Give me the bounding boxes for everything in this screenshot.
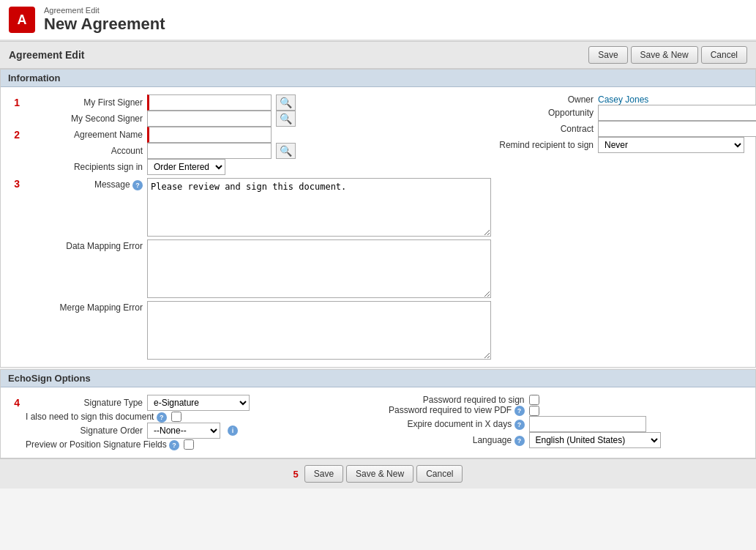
step-spacer6 (10, 411, 20, 423)
step2-num: 2 (10, 129, 20, 141)
information-header: Information (1, 70, 755, 87)
first-signer-row: 1 My First Signer 🔍 (10, 94, 491, 111)
first-signer-label: My First Signer (26, 97, 143, 108)
preview-checkbox[interactable] (184, 439, 194, 450)
step-spacer1 (10, 113, 20, 125)
echosign-body: 4 Signature Type e-Signature Fax Signatu… (1, 387, 755, 458)
step-spacer7 (10, 425, 20, 436)
sig-order-info-icon[interactable]: i (228, 425, 238, 436)
app-title: New Agreement (44, 15, 165, 34)
app-header-text: Agreement Edit New Agreement (44, 6, 165, 34)
step4-num: 4 (10, 397, 20, 409)
message-row: 3 Message ? Please review and sign this … (10, 178, 491, 237)
agreement-name-label: Agreement Name (26, 130, 143, 140)
contract-input[interactable] (598, 121, 756, 137)
language-select[interactable]: English (United States) French German Sp… (529, 432, 661, 448)
agreement-name-row: 2 Agreement Name (10, 127, 491, 143)
remind-select[interactable]: Never Every Day Every Week (598, 137, 744, 153)
sig-type-row: 4 Signature Type e-Signature Fax Signatu… (10, 395, 378, 411)
second-signer-lookup-icon: 🔍 (280, 113, 292, 125)
also-sign-row: I also need to sign this document ? (10, 411, 378, 423)
contract-label: Contract (491, 124, 594, 134)
second-signer-input[interactable] (147, 111, 272, 127)
sig-order-label: Signature Order (26, 425, 143, 436)
account-lookup-icon: 🔍 (280, 145, 292, 157)
step1-num: 1 (10, 97, 20, 108)
remind-label: Remind recipient to sign (491, 140, 594, 150)
app-icon-letter: A (18, 12, 27, 28)
also-sign-checkbox[interactable] (171, 412, 181, 422)
top-bar-title: Agreement Edit (9, 49, 84, 61)
expire-label: Expire document in X days ? (378, 419, 525, 430)
top-save-button[interactable]: Save (588, 46, 627, 64)
left-column: 1 My First Signer 🔍 My Second Signer 🔍 (10, 94, 491, 360)
also-sign-label: I also need to sign this document ? (26, 412, 167, 423)
sig-type-select[interactable]: e-Signature Fax Signature Written Signat… (147, 395, 250, 411)
step-spacer8 (10, 439, 20, 450)
contract-row: Contract 🔍 (491, 121, 756, 137)
pwd-sign-row: Password required to sign (378, 395, 747, 405)
sig-order-row: Signature Order --None-- i (10, 423, 378, 439)
top-cancel-button[interactable]: Cancel (701, 46, 747, 64)
owner-row: Owner Casey Jones (491, 94, 756, 105)
echosign-left: 4 Signature Type e-Signature Fax Signatu… (10, 395, 378, 450)
app-subtitle: Agreement Edit (44, 6, 165, 15)
agreement-name-input[interactable] (147, 127, 272, 143)
preview-row: Preview or Position Signature Fields ? (10, 439, 378, 450)
account-label: Account (26, 146, 143, 156)
second-signer-lookup[interactable]: 🔍 (276, 111, 296, 127)
step5-num: 5 (293, 469, 299, 480)
expire-info-icon[interactable]: ? (514, 420, 525, 430)
language-label: Language ? (378, 435, 525, 446)
opportunity-input[interactable] (598, 105, 756, 121)
echosign-header: EchoSign Options (1, 370, 755, 387)
message-info-icon[interactable]: ? (132, 180, 143, 190)
expire-input[interactable] (529, 416, 646, 432)
echosign-right: Password required to sign Password requi… (378, 395, 747, 450)
recipients-sign-label: Recipients sign in (26, 162, 143, 172)
first-signer-input[interactable] (147, 94, 272, 111)
pwd-sign-checkbox[interactable] (529, 395, 539, 405)
bottom-cancel-button[interactable]: Cancel (416, 465, 463, 483)
bottom-save-button[interactable]: Save (304, 465, 343, 483)
first-signer-lookup-icon: 🔍 (280, 97, 292, 108)
recipients-sign-select[interactable]: Order Entered Order Given Parallel (147, 159, 225, 175)
merge-mapping-label: Merge Mapping Error (26, 302, 143, 313)
merge-mapping-textarea[interactable] (147, 301, 491, 360)
language-row: Language ? English (United States) Frenc… (378, 432, 747, 448)
second-signer-row: My Second Signer 🔍 (10, 111, 491, 127)
preview-info-icon[interactable]: ? (169, 440, 179, 450)
owner-value[interactable]: Casey Jones (598, 94, 648, 105)
account-row: Account 🔍 (10, 143, 491, 159)
pwd-pdf-checkbox[interactable] (529, 406, 539, 416)
data-mapping-textarea[interactable] (147, 239, 491, 298)
step-spacer5 (10, 301, 20, 313)
information-form: 1 My First Signer 🔍 My Second Signer 🔍 (10, 94, 746, 360)
account-input[interactable] (147, 143, 272, 159)
language-info-icon[interactable]: ? (514, 436, 525, 446)
account-lookup[interactable]: 🔍 (276, 143, 296, 159)
pwd-pdf-label: Password required to view PDF ? (378, 405, 525, 416)
bottom-save-new-button[interactable]: Save & New (346, 465, 413, 483)
echosign-form: 4 Signature Type e-Signature Fax Signatu… (10, 395, 746, 450)
first-signer-lookup[interactable]: 🔍 (276, 94, 296, 111)
merge-mapping-row: Merge Mapping Error (10, 301, 491, 360)
message-label: Message ? (26, 179, 143, 190)
also-sign-info-icon[interactable]: ? (157, 412, 167, 423)
information-body: 1 My First Signer 🔍 My Second Signer 🔍 (1, 87, 755, 367)
remind-row: Remind recipient to sign Never Every Day… (491, 137, 756, 153)
message-textarea[interactable]: Please review and sign this document. (147, 178, 491, 237)
sig-order-select[interactable]: --None-- (147, 423, 220, 439)
app-icon: A (9, 7, 35, 33)
data-mapping-row: Data Mapping Error (10, 239, 491, 298)
top-section-bar: Agreement Edit Save Save & New Cancel (0, 41, 756, 69)
second-signer-label: My Second Signer (26, 114, 143, 124)
owner-label: Owner (491, 94, 594, 105)
step-spacer2 (10, 145, 20, 157)
pwd-sign-label: Password required to sign (378, 395, 525, 405)
preview-label: Preview or Position Signature Fields ? (26, 439, 179, 450)
opportunity-row: Opportunity 🔍 (491, 105, 756, 121)
recipients-sign-row: Recipients sign in Order Entered Order G… (10, 159, 491, 175)
pwd-pdf-info-icon[interactable]: ? (514, 406, 525, 416)
top-save-new-button[interactable]: Save & New (631, 46, 698, 64)
